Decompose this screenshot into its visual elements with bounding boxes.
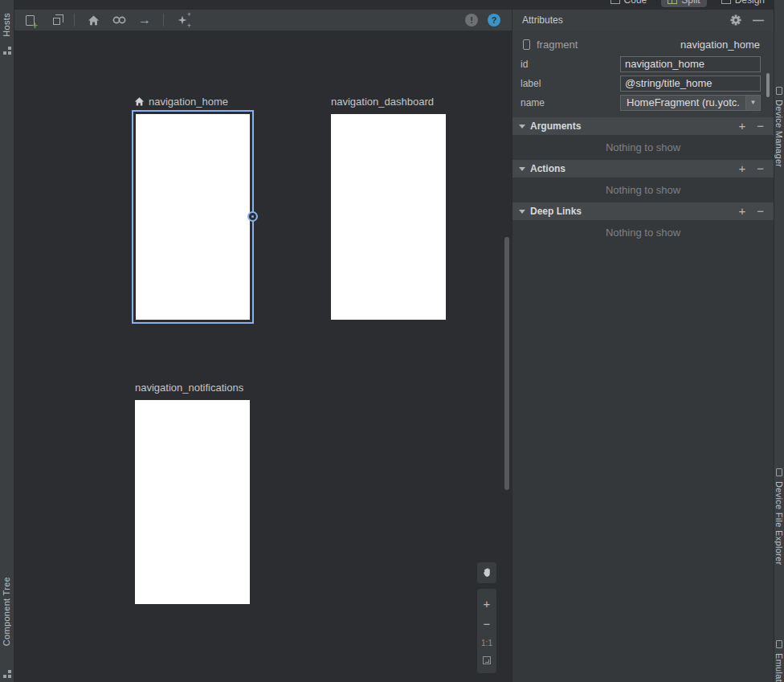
hide-panel-icon[interactable]: — (753, 14, 764, 27)
zoom-in-button[interactable]: + (484, 598, 491, 610)
attributes-panel-title: Attributes (512, 14, 563, 26)
fragment-icon (523, 39, 530, 50)
home-icon (88, 14, 100, 27)
deep-link-button[interactable] (112, 13, 126, 27)
section-header-deep-links[interactable]: Deep Links + − (512, 202, 774, 220)
tab-design[interactable]: Design (715, 0, 771, 7)
component-type: fragment (537, 39, 578, 51)
attributes-scrollbar-thumb[interactable] (766, 73, 770, 97)
remove-deep-link-icon[interactable]: − (757, 206, 764, 217)
fragment-label-notifications[interactable]: navigation_notifications (135, 382, 243, 394)
fragment-name: navigation_dashboard (331, 96, 434, 108)
add-deep-link-icon[interactable]: + (738, 206, 745, 217)
nav-editor-toolbar: + → + + ! ? (14, 10, 512, 31)
zoom-to-fit-icon[interactable] (483, 656, 491, 664)
pan-hand-icon (482, 567, 492, 578)
toolwindow-tab-component-tree[interactable]: Component Tree (2, 577, 11, 646)
section-body-arguments: Nothing to show (512, 135, 774, 160)
attributes-header: Attributes — (512, 10, 774, 31)
editor-mode-strip: Code Split Design (14, 0, 784, 10)
emulator-icon[interactable] (776, 640, 782, 648)
property-row-id: id navigation_home (512, 56, 774, 72)
navigation-graph-canvas[interactable]: navigation_home navigation_dashboard nav… (14, 31, 512, 682)
chevron-down-icon (519, 125, 525, 129)
empty-message: Nothing to show (606, 184, 680, 196)
auto-arrange-icon (178, 16, 187, 25)
component-tree-icon[interactable] (3, 675, 6, 678)
fragment-home-preview[interactable] (136, 114, 250, 320)
fragment-name: navigation_notifications (135, 382, 243, 394)
name-dropdown-value: HomeFragment (ru.yotc. (627, 96, 740, 108)
tab-split[interactable]: Split (661, 0, 706, 7)
zoom-scale-label[interactable]: 1:1 (481, 639, 492, 647)
action-button[interactable]: → (137, 13, 152, 27)
toolwindow-tab-device-manager[interactable]: Device Manager (774, 100, 784, 167)
pan-button[interactable] (477, 562, 496, 583)
code-icon (610, 0, 620, 4)
fragment-label-home[interactable]: navigation_home (134, 96, 228, 108)
attributes-panel-empty-area (512, 245, 774, 682)
section-body-deep-links: Nothing to show (512, 220, 774, 245)
property-row-label: label @string/title_home (512, 76, 774, 92)
chevron-down-icon (519, 167, 525, 171)
toolwindow-tab-emulator[interactable]: Emulator (774, 653, 784, 682)
canvas-scrollbar-thumb[interactable] (504, 237, 509, 490)
assign-start-destination-button[interactable] (86, 13, 100, 27)
tab-split-label: Split (681, 0, 700, 6)
remove-action-icon[interactable]: − (757, 163, 764, 174)
zoom-out-button[interactable]: − (484, 619, 491, 630)
selected-component-row: fragment navigation_home (512, 35, 774, 53)
label-field[interactable]: @string/title_home (620, 76, 761, 92)
section-title: Actions (530, 163, 566, 174)
fragment-dashboard-preview[interactable] (331, 114, 446, 320)
remove-argument-icon[interactable]: − (757, 120, 764, 132)
auto-arrange-button[interactable]: + + (175, 13, 190, 27)
nested-graph-icon (53, 18, 60, 25)
fragment-notifications-preview[interactable] (135, 400, 250, 604)
chevron-down-icon[interactable]: ▼ (745, 96, 760, 110)
device-file-explorer-icon[interactable] (776, 468, 782, 476)
help-icon: ? (492, 15, 497, 25)
section-title: Deep Links (530, 206, 582, 217)
name-dropdown[interactable]: HomeFragment (ru.yotc. ▼ (620, 95, 761, 111)
gear-icon[interactable] (730, 14, 741, 26)
section-body-actions: Nothing to show (512, 178, 774, 202)
nested-graph-button[interactable] (48, 13, 63, 27)
issue-panel-button[interactable]: ! (465, 14, 478, 27)
attributes-panel: fragment navigation_home id navigation_h… (512, 31, 774, 682)
action-connection-handle[interactable] (247, 211, 258, 222)
empty-message: Nothing to show (606, 227, 680, 239)
split-icon (668, 0, 677, 4)
warning-icon: ! (470, 15, 473, 25)
toolbar-separator (163, 14, 164, 27)
help-button[interactable]: ? (488, 14, 500, 27)
action-arrow-icon: → (138, 14, 151, 27)
add-action-icon[interactable]: + (738, 163, 745, 174)
design-icon (721, 0, 731, 4)
tab-code-label: Code (624, 0, 647, 6)
section-header-arguments[interactable]: Arguments + − (512, 117, 774, 135)
toolbar-separator (74, 14, 75, 27)
chevron-down-icon (519, 210, 525, 214)
fragment-label-dashboard[interactable]: navigation_dashboard (331, 96, 434, 108)
zoom-controls: + − 1:1 (477, 589, 496, 673)
toolwindow-tab-hosts[interactable]: Hosts (2, 13, 11, 37)
toolwindow-tab-device-file-explorer[interactable]: Device File Explorer (774, 481, 784, 565)
fragment-home-selected-frame[interactable] (132, 110, 254, 324)
name-label: name (521, 97, 545, 108)
start-destination-home-icon (134, 96, 145, 107)
fragment-name: navigation_home (149, 96, 228, 108)
tab-code[interactable]: Code (604, 0, 654, 7)
new-destination-button[interactable]: + (22, 13, 37, 27)
add-argument-icon[interactable]: + (738, 120, 745, 132)
label-label: label (521, 78, 541, 89)
hosts-icon[interactable] (3, 51, 6, 55)
id-field[interactable]: navigation_home (620, 56, 761, 72)
section-title: Arguments (530, 120, 581, 132)
section-header-actions[interactable]: Actions + − (512, 160, 774, 178)
property-row-name: name HomeFragment (ru.yotc. ▼ (512, 95, 774, 111)
tab-design-label: Design (735, 0, 765, 6)
right-toolwindow-stripe: Gradle Device Manager Device File Explor… (774, 0, 784, 682)
device-manager-icon[interactable] (776, 87, 782, 95)
component-id: navigation_home (680, 39, 760, 51)
